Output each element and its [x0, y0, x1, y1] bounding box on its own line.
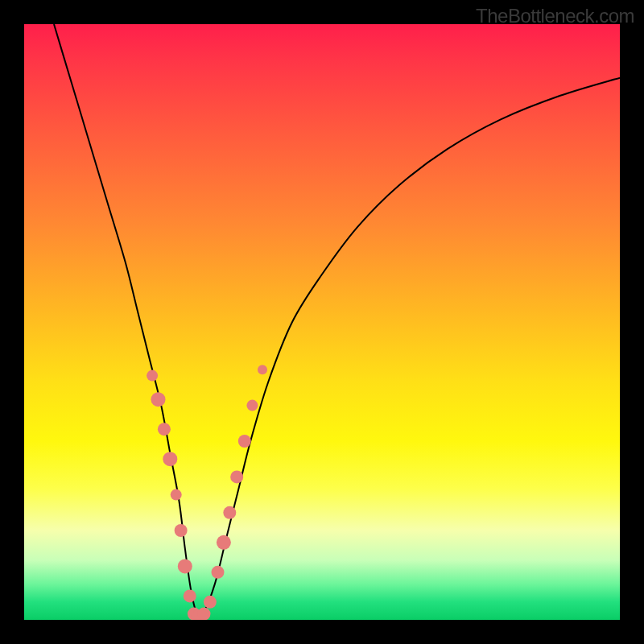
curve-marker — [175, 524, 188, 537]
chart-plot-area — [24, 24, 620, 620]
curve-marker — [238, 435, 251, 448]
curve-marker — [217, 535, 231, 550]
curve-marker — [147, 370, 158, 382]
curve-marker — [163, 452, 177, 466]
curve-marker — [171, 489, 182, 501]
curve-marker — [212, 566, 225, 579]
bottleneck-curve-line — [54, 24, 620, 617]
marker-group — [147, 365, 267, 620]
curve-marker — [230, 470, 243, 483]
curve-marker — [184, 589, 196, 602]
chart-svg — [24, 24, 620, 620]
curve-marker — [204, 596, 217, 609]
curve-marker — [178, 559, 192, 573]
curve-marker — [158, 423, 171, 436]
curve-marker — [246, 400, 258, 411]
watermark-text: TheBottleneck.com — [476, 5, 634, 27]
curve-marker — [223, 506, 236, 519]
curve-marker — [151, 392, 166, 407]
curve-marker — [258, 365, 267, 374]
curve-marker — [197, 608, 210, 620]
